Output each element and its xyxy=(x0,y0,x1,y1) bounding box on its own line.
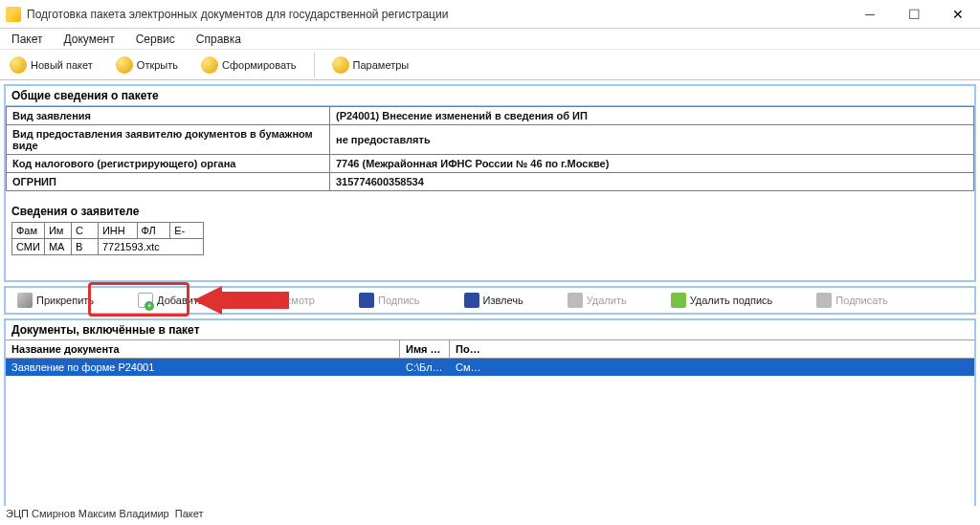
delete-sign-icon xyxy=(671,293,686,308)
params-icon xyxy=(332,56,349,74)
open-button[interactable]: Открыть xyxy=(110,55,184,76)
window-title: Подготовка пакета электронных документов… xyxy=(27,8,848,21)
info-heading: Общие сведения о пакете xyxy=(6,86,974,106)
attach-icon xyxy=(17,293,33,308)
app-icon xyxy=(6,7,21,22)
close-button[interactable]: ✕ xyxy=(936,0,980,29)
attach-label: Прикрепить xyxy=(36,295,94,306)
menu-service[interactable]: Сервис xyxy=(132,31,179,48)
info-r3v: 7746 (Межрайонная ИФНС России № 46 по г.… xyxy=(330,155,974,173)
info-r1v: (Р24001) Внесение изменений в сведения о… xyxy=(330,107,974,125)
ah2: С xyxy=(71,223,98,239)
info-r4k: ОГРНИП xyxy=(7,173,330,191)
new-package-button[interactable]: Новый пакет xyxy=(4,55,99,76)
do-sign-button[interactable]: Подписать xyxy=(811,291,893,310)
view-label: Просмотр xyxy=(267,295,315,306)
sign-label: Подпись xyxy=(378,295,420,306)
delete-label: Удалить xyxy=(587,295,627,306)
open-label: Открыть xyxy=(137,59,178,71)
status-bar: ЭЦП Смирнов Максим Владимир Пакет xyxy=(0,506,980,525)
col-sign[interactable]: По… xyxy=(450,340,500,358)
info-r1k: Вид заявления xyxy=(7,107,330,125)
info-table: Вид заявления(Р24001) Внесение изменений… xyxy=(6,106,974,191)
ah5: Е- xyxy=(170,223,204,239)
row-name: Заявление по форме Р24001 xyxy=(6,359,400,376)
extract-button[interactable]: Извлечь xyxy=(458,291,529,310)
col-name[interactable]: Название документа xyxy=(6,340,400,358)
title-bar: Подготовка пакета электронных документов… xyxy=(0,0,980,29)
info-r3k: Код налогового (регистрирующего) органа xyxy=(7,155,330,173)
params-label: Параметры xyxy=(353,59,410,71)
new-label: Новый пакет xyxy=(31,59,93,71)
delete-sign-label: Удалить подпись xyxy=(690,295,773,306)
sign-icon xyxy=(359,293,374,308)
main-toolbar: Новый пакет Открыть Сформировать Парамет… xyxy=(0,50,980,80)
ah4: ФЛ xyxy=(137,223,170,239)
ar1: МА xyxy=(44,239,71,255)
info-r2k: Вид предоставления заявителю документов … xyxy=(7,125,330,155)
ah3: ИНН xyxy=(98,223,137,239)
sign-button[interactable]: Подпись xyxy=(353,291,426,310)
info-r4v: 315774600358534 xyxy=(330,173,974,191)
info-panel: Общие сведения о пакете Вид заявления(Р2… xyxy=(4,84,976,282)
add-button[interactable]: Добавить xyxy=(132,291,210,310)
ar0: СМИ xyxy=(12,239,45,255)
status-mode: Пакет xyxy=(175,508,204,523)
delete-icon xyxy=(568,293,583,308)
minimize-button[interactable]: ─ xyxy=(848,0,892,29)
info-r2v: не предоставлять xyxy=(330,125,974,155)
attach-button[interactable]: Прикрепить xyxy=(11,291,100,310)
form-label: Сформировать xyxy=(222,59,297,71)
menu-bar: Пакет Документ Сервис Справка xyxy=(0,29,980,50)
applicant-heading: Сведения о заявителе xyxy=(6,201,974,222)
maximize-button[interactable]: ☐ xyxy=(892,0,936,29)
menu-document[interactable]: Документ xyxy=(59,31,118,48)
documents-toolbar: Прикрепить Добавить Просмотр Подпись Изв… xyxy=(4,286,976,315)
open-icon xyxy=(116,56,133,74)
documents-panel: Документы, включённые в пакет Название д… xyxy=(4,318,976,514)
view-icon xyxy=(248,293,263,308)
params-button[interactable]: Параметры xyxy=(326,55,415,76)
ar3: 7721593.xtc xyxy=(98,239,203,255)
ar2: В xyxy=(71,239,98,255)
extract-label: Извлечь xyxy=(483,295,523,306)
documents-heading: Документы, включённые в пакет xyxy=(6,320,974,339)
documents-grid-header: Название документа Имя … По… xyxy=(6,339,974,359)
documents-grid-body: Заявление по форме Р24001 С:\Бл… См… xyxy=(6,359,974,512)
form-icon xyxy=(201,56,218,74)
menu-help[interactable]: Справка xyxy=(192,31,245,48)
toolbar-separator xyxy=(314,53,315,77)
table-row[interactable]: Заявление по форме Р24001 С:\Бл… См… xyxy=(6,359,974,376)
ah1: Им xyxy=(44,223,71,239)
ah0: Фам xyxy=(12,223,45,239)
add-icon xyxy=(138,293,153,308)
extract-icon xyxy=(464,293,479,308)
applicant-table: Фам Им С ИНН ФЛ Е- СМИ МА В 7721593.xtc xyxy=(11,222,204,255)
col-file[interactable]: Имя … xyxy=(400,340,450,358)
new-icon xyxy=(10,56,27,74)
delete-button[interactable]: Удалить xyxy=(562,291,633,310)
status-cert: ЭЦП Смирнов Максим Владимир xyxy=(6,508,169,523)
delete-sign-button[interactable]: Удалить подпись xyxy=(665,291,779,310)
add-label: Добавить xyxy=(157,295,204,306)
view-button[interactable]: Просмотр xyxy=(242,291,321,310)
menu-package[interactable]: Пакет xyxy=(8,31,46,48)
row-file: С:\Бл… xyxy=(400,359,450,376)
row-sign: См… xyxy=(450,359,500,376)
form-button[interactable]: Сформировать xyxy=(195,55,302,76)
do-sign-label: Подписать xyxy=(835,295,887,306)
do-sign-icon xyxy=(816,293,832,308)
